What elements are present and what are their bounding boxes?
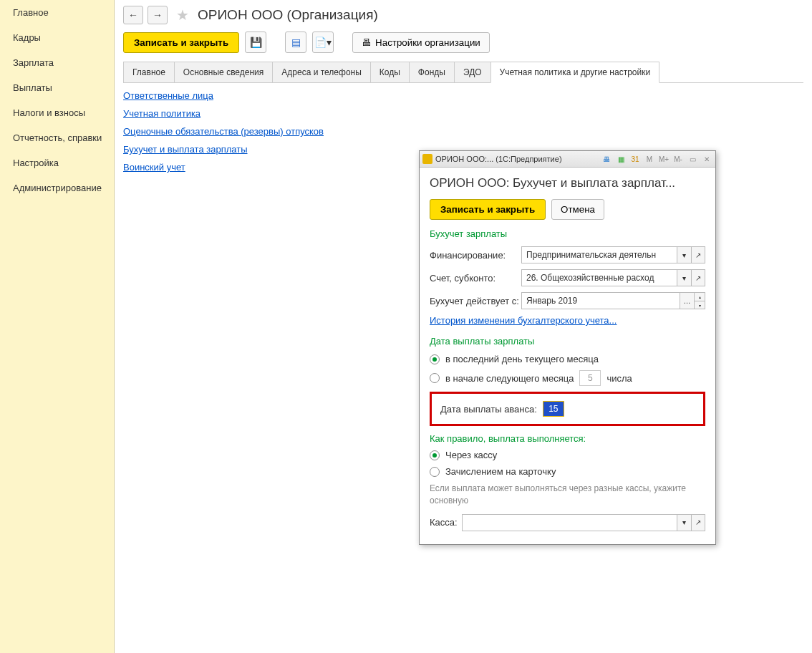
close-icon[interactable]: ✕ [701, 153, 712, 165]
radio-cash[interactable] [430, 450, 440, 460]
calendar-icon[interactable]: 31 [629, 153, 641, 165]
popup-save-close-button[interactable]: Записать и закрыть [430, 199, 546, 220]
sidebar-item-hr[interactable]: Кадры [0, 25, 114, 50]
radio-next-month-row: в начале следующего месяца 5 числа [430, 370, 705, 386]
next-month-suffix: числа [606, 373, 632, 384]
radio-card-row: Зачислением на карточку [430, 466, 705, 477]
sidebar-item-salary[interactable]: Зарплата [0, 50, 114, 75]
from-date-label: Бухучет действует с: [430, 296, 521, 306]
link-responsible[interactable]: Ответственные лица [123, 90, 803, 101]
financing-row: Финансирование: Предпринимательская деят… [430, 246, 705, 263]
org-settings-label: Настройки организации [375, 37, 480, 48]
print-icon: 🖶 [362, 37, 371, 48]
kassa-label: Касса: [430, 517, 458, 528]
account-input[interactable]: 26. Общехозяйственные расход [521, 269, 677, 286]
from-date-input[interactable]: Январь 2019 [521, 292, 680, 309]
dropdown-icon[interactable]: ▾ [677, 269, 691, 286]
radio-last-day-row: в последний день текущего месяца [430, 354, 705, 364]
dropdown-icon[interactable]: ▾ [677, 246, 691, 263]
radio-card[interactable] [430, 467, 440, 477]
kassa-input[interactable] [462, 514, 677, 531]
financing-input[interactable]: Предпринимательская деятельн [521, 246, 677, 263]
sidebar: Главное Кадры Зарплата Выплаты Налоги и … [0, 0, 115, 653]
tab-basic[interactable]: Основные сведения [174, 62, 272, 82]
popup-body: ОРИОН ООО: Бухучет и выплата зарплат... … [420, 168, 715, 544]
advance-day-input[interactable]: 15 [543, 401, 564, 417]
history-link[interactable]: История изменения бухгалтерского учета..… [430, 315, 617, 326]
header: ← → ★ ОРИОН ООО (Организация) [123, 6, 803, 24]
radio-next-month[interactable] [430, 373, 440, 383]
tab-edo[interactable]: ЭДО [454, 62, 490, 82]
spinner[interactable]: ▴ ▾ [694, 292, 705, 309]
open-icon[interactable]: ↗ [691, 514, 705, 531]
app-icon [422, 154, 432, 164]
sidebar-item-taxes[interactable]: Налоги и взносы [0, 100, 114, 125]
toolbar: Записать и закрыть 💾 ▤ 📄▾ 🖶 Настройки ор… [123, 32, 803, 53]
radio-last-day[interactable] [430, 354, 440, 364]
advance-highlight: Дата выплаты аванса: 15 [430, 392, 705, 426]
popup-window-title: ОРИОН ООО:... (1С:Предприятие) [435, 155, 598, 163]
tab-policy[interactable]: Учетная политика и другие настройки [490, 62, 660, 83]
next-month-day-input[interactable]: 5 [579, 370, 601, 386]
tab-addresses[interactable]: Адреса и телефоны [272, 62, 370, 82]
popup-cancel-button[interactable]: Отмена [551, 199, 604, 220]
folder-icon[interactable]: 📄▾ [312, 32, 334, 53]
section-payment-method: Как правило, выплата выполняется: [430, 433, 705, 444]
spinner-up-icon[interactable]: ▴ [694, 292, 705, 301]
tab-main[interactable]: Главное [123, 62, 174, 82]
sidebar-item-main[interactable]: Главное [0, 0, 114, 25]
radio-cash-row: Через кассу [430, 450, 705, 460]
kassa-hint: Если выплата может выполняться через раз… [430, 483, 705, 507]
open-icon[interactable]: ↗ [691, 246, 705, 263]
radio-next-month-label: в начале следующего месяца [445, 373, 574, 384]
radio-last-day-label: в последний день текущего месяца [445, 354, 599, 364]
back-button[interactable]: ← [123, 6, 143, 24]
forward-button[interactable]: → [148, 6, 168, 24]
star-icon[interactable]: ★ [172, 6, 193, 24]
minimize-icon[interactable]: ▭ [687, 153, 698, 165]
account-label: Счет, субконто: [430, 273, 521, 284]
org-settings-button[interactable]: 🖶 Настройки организации [352, 32, 490, 53]
save-icon[interactable]: 💾 [245, 32, 266, 53]
print-icon[interactable]: 🖶 [601, 153, 612, 165]
tabs: Главное Основные сведения Адреса и телеф… [123, 62, 803, 83]
m-minus-icon[interactable]: M- [672, 153, 684, 165]
sidebar-item-reports[interactable]: Отчетность, справки [0, 125, 114, 150]
link-reserves[interactable]: Оценочные обязательства (резервы) отпуск… [123, 126, 803, 137]
tab-codes[interactable]: Коды [370, 62, 409, 82]
page-title: ОРИОН ООО (Организация) [198, 7, 378, 23]
section-pay-date: Дата выплаты зарплаты [430, 336, 705, 347]
sidebar-item-payments[interactable]: Выплаты [0, 75, 114, 100]
dropdown-icon[interactable]: ▾ [677, 514, 691, 531]
m-plus-icon[interactable]: M+ [658, 153, 670, 165]
tab-funds[interactable]: Фонды [409, 62, 454, 82]
link-policy[interactable]: Учетная политика [123, 108, 803, 119]
account-row: Счет, субконто: 26. Общехозяйственные ра… [430, 269, 705, 286]
popup-titlebar: ОРИОН ООО:... (1С:Предприятие) 🖶 ▦ 31 M … [420, 151, 715, 168]
radio-cash-label: Через кассу [445, 450, 497, 460]
open-icon[interactable]: ↗ [691, 269, 705, 286]
ellipsis-icon[interactable]: … [680, 292, 694, 309]
table-icon[interactable]: ▦ [615, 153, 627, 165]
sidebar-item-admin[interactable]: Администрирование [0, 175, 114, 200]
kassa-row: Касса: ▾ ↗ [430, 514, 705, 531]
popup-toolbar: Записать и закрыть Отмена [430, 199, 705, 220]
section-accounting: Бухучет зарплаты [430, 228, 705, 239]
radio-card-label: Зачислением на карточку [445, 466, 556, 477]
advance-label: Дата выплаты аванса: [440, 404, 537, 415]
from-date-row: Бухучет действует с: Январь 2019 … ▴ ▾ [430, 292, 705, 309]
save-close-button[interactable]: Записать и закрыть [123, 32, 239, 53]
list-icon[interactable]: ▤ [285, 32, 306, 53]
m-icon[interactable]: M [644, 153, 655, 165]
popup-title: ОРИОН ООО: Бухучет и выплата зарплат... [430, 176, 705, 190]
sidebar-item-settings[interactable]: Настройка [0, 150, 114, 175]
spinner-down-icon[interactable]: ▾ [694, 301, 705, 309]
financing-label: Финансирование: [430, 250, 521, 261]
popup-window: ОРИОН ООО:... (1С:Предприятие) 🖶 ▦ 31 M … [419, 150, 716, 545]
